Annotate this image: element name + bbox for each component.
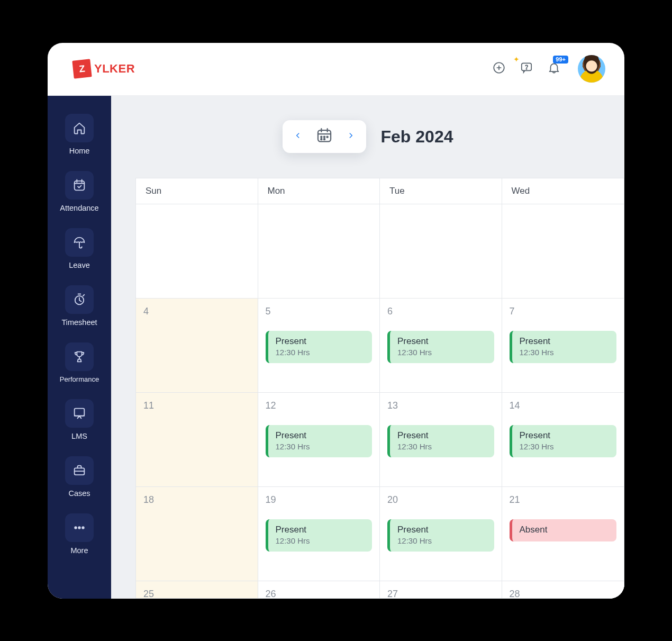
- next-month-button[interactable]: [345, 129, 357, 144]
- sidebar-item-home[interactable]: Home: [48, 109, 111, 162]
- help-button[interactable]: ✦: [517, 60, 535, 78]
- entry-title: Present: [397, 525, 487, 535]
- sidebar-label: LMS: [71, 432, 87, 440]
- home-icon: [65, 114, 94, 142]
- day-number: 18: [143, 494, 250, 505]
- calendar-cell[interactable]: 25: [136, 581, 258, 599]
- entry-title: Present: [276, 336, 365, 347]
- entry-title: Present: [397, 430, 487, 441]
- plus-circle-icon: [492, 61, 506, 77]
- attendance-entry[interactable]: Present12:30 Hrs: [266, 519, 373, 552]
- calendar-cell[interactable]: 11: [136, 393, 258, 486]
- trophy-icon: [65, 342, 94, 371]
- calendar-row: 1819Present12:30 Hrs20Present12:30 Hrs21…: [136, 487, 624, 581]
- calendar-icon: [315, 137, 333, 146]
- presentation-icon: [65, 399, 94, 428]
- sidebar-item-attendance[interactable]: Attendance: [48, 166, 111, 220]
- main-panel: Feb 2024 Sun Mon Tue Wed 45Present12:30 …: [111, 96, 624, 599]
- entry-subtitle: 12:30 Hrs: [397, 536, 487, 545]
- entry-title: Absent: [520, 525, 610, 535]
- stopwatch-icon: [65, 285, 94, 314]
- calendar-cell[interactable]: 26: [258, 581, 380, 599]
- umbrella-icon: [65, 228, 94, 257]
- brand-logo[interactable]: Z YLKER: [73, 60, 135, 78]
- calendar-row: [136, 204, 624, 299]
- attendance-entry[interactable]: Present12:30 Hrs: [387, 331, 494, 363]
- calendar-cell[interactable]: 5Present12:30 Hrs: [258, 299, 380, 392]
- calendar-cell[interactable]: 27: [380, 581, 502, 599]
- day-number: 13: [387, 400, 494, 411]
- sidebar-label: Cases: [68, 489, 90, 498]
- month-title: Feb 2024: [381, 127, 453, 147]
- sidebar-item-cases[interactable]: Cases: [48, 451, 111, 505]
- prev-month-button[interactable]: [292, 129, 304, 144]
- calendar-cell[interactable]: 13Present12:30 Hrs: [380, 393, 502, 486]
- topbar: Z YLKER ✦: [48, 43, 624, 96]
- attendance-entry[interactable]: Present12:30 Hrs: [510, 331, 617, 363]
- sidebar-item-more[interactable]: More: [48, 508, 111, 562]
- attendance-entry[interactable]: Present12:30 Hrs: [510, 425, 617, 457]
- calendar-cell[interactable]: 21Absent: [502, 487, 624, 581]
- calendar-cell[interactable]: 20Present12:30 Hrs: [380, 487, 502, 581]
- sidebar-item-leave[interactable]: Leave: [48, 223, 111, 277]
- day-number: 20: [387, 494, 494, 505]
- sidebar-label: Attendance: [60, 204, 98, 212]
- add-button[interactable]: [490, 60, 508, 78]
- brand-name: YLKER: [94, 62, 135, 76]
- day-header: Mon: [258, 178, 380, 204]
- attendance-entry[interactable]: Present12:30 Hrs: [387, 425, 494, 457]
- sidebar: Home Attendance Leave Timesheet: [48, 96, 111, 599]
- calendar-cell[interactable]: 18: [136, 487, 258, 581]
- day-number: 25: [143, 589, 250, 599]
- entry-subtitle: 12:30 Hrs: [276, 536, 365, 545]
- day-number: 6: [387, 306, 494, 317]
- entry-subtitle: 12:30 Hrs: [276, 348, 365, 357]
- sidebar-item-lms[interactable]: LMS: [48, 394, 111, 448]
- calendar-cell[interactable]: [380, 204, 502, 298]
- attendance-entry[interactable]: Present12:30 Hrs: [266, 425, 373, 457]
- day-number: 26: [266, 589, 373, 599]
- day-number: 4: [143, 306, 250, 317]
- entry-title: Present: [276, 525, 365, 535]
- notifications-button[interactable]: 99+: [545, 60, 563, 78]
- calendar-cell[interactable]: [502, 204, 624, 298]
- sidebar-label: Home: [69, 147, 90, 155]
- calendar-cell[interactable]: [258, 204, 380, 298]
- sidebar-item-timesheet[interactable]: Timesheet: [48, 280, 111, 334]
- calendar-cell[interactable]: 7Present12:30 Hrs: [502, 299, 624, 392]
- day-number: 11: [143, 400, 250, 411]
- calendar-cell[interactable]: 12Present12:30 Hrs: [258, 393, 380, 486]
- notification-badge: 99+: [553, 56, 568, 64]
- attendance-entry[interactable]: Present12:30 Hrs: [266, 331, 373, 363]
- calendar-cell[interactable]: 14Present12:30 Hrs: [502, 393, 624, 486]
- chevron-right-icon: [347, 130, 355, 143]
- attendance-calendar: Sun Mon Tue Wed 45Present12:30 Hrs6Prese…: [135, 178, 624, 599]
- attendance-entry[interactable]: Present12:30 Hrs: [387, 519, 494, 552]
- app-window: Z YLKER ✦: [48, 43, 624, 599]
- calendar-cell[interactable]: 19Present12:30 Hrs: [258, 487, 380, 581]
- calendar-cell[interactable]: 28: [502, 581, 624, 599]
- calendar-cell[interactable]: 4: [136, 299, 258, 392]
- svg-rect-5: [75, 408, 85, 416]
- month-header: Feb 2024: [111, 96, 624, 178]
- day-header: Tue: [380, 178, 502, 204]
- sidebar-label: More: [70, 546, 88, 555]
- svg-point-2: [526, 69, 526, 69]
- calendar-cell[interactable]: [136, 204, 258, 298]
- day-number: 21: [510, 494, 617, 505]
- entry-subtitle: 12:30 Hrs: [397, 348, 487, 357]
- entry-title: Present: [520, 430, 610, 441]
- attendance-entry[interactable]: Absent: [510, 519, 617, 541]
- svg-rect-3: [75, 180, 85, 190]
- svg-point-9: [82, 526, 84, 528]
- calendar-row: 1112Present12:30 Hrs13Present12:30 Hrs14…: [136, 393, 624, 487]
- calendar-picker-button[interactable]: [315, 127, 333, 147]
- calendar-header-row: Sun Mon Tue Wed: [136, 178, 624, 204]
- brand-tile: Z: [72, 59, 92, 78]
- sidebar-item-performance[interactable]: Performance: [48, 337, 111, 391]
- calendar-cell[interactable]: 6Present12:30 Hrs: [380, 299, 502, 392]
- topbar-actions: ✦ 99+: [490, 55, 605, 83]
- user-avatar[interactable]: [578, 55, 605, 83]
- entry-title: Present: [520, 336, 610, 347]
- entry-subtitle: 12:30 Hrs: [397, 442, 487, 451]
